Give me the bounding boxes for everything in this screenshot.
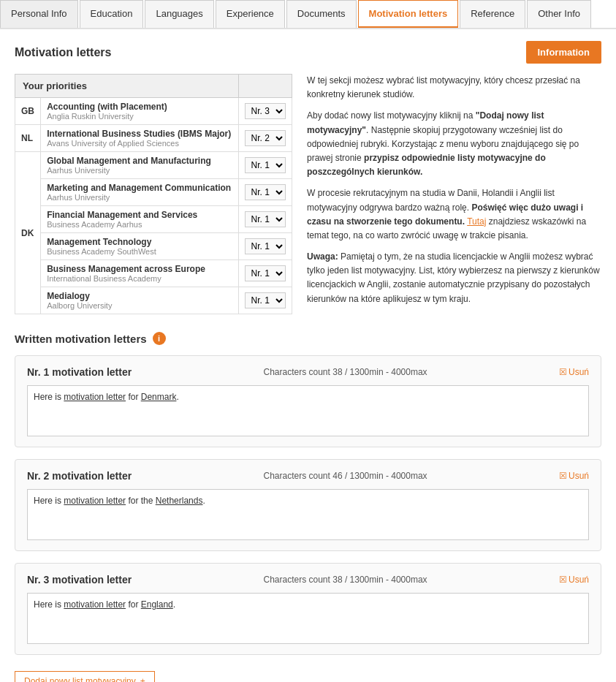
info-p1: W tej sekcji możesz wybrać list motywacy… [307, 74, 601, 102]
info-p2: Aby dodać nowy list motywacyjny kliknij … [307, 109, 601, 179]
letter-1-delete[interactable]: ☒ Usuń [559, 367, 589, 377]
priorities-table-wrap: Your priorities GB Accounting (with Plac… [15, 74, 292, 314]
uni-dk-6: Medialogy Aalborg University [41, 287, 238, 314]
add-letter-label: Dodaj nowy list motywacyjny [24, 676, 136, 682]
written-section-title: Written motivation letters i [15, 332, 601, 345]
nr-gb[interactable]: Nr. 1 Nr. 2 Nr. 3 [238, 98, 292, 125]
nr-dk-1[interactable]: Nr. 1Nr. 2Nr. 3 [238, 152, 292, 179]
priorities-header: Your priorities [15, 75, 239, 98]
uni-dk-5: Business Management across Europe Intern… [41, 260, 238, 287]
information-button[interactable]: Information [526, 41, 602, 64]
letter-2-title: Nr. 2 motivation letter [27, 470, 132, 482]
tab-motivation-letters[interactable]: Motivation letters [358, 0, 459, 28]
nr-header [238, 75, 292, 98]
country-dk: DK [15, 152, 41, 314]
letter-2-char-count: Characters count 46 / 1300min - 4000max [264, 471, 427, 481]
delete-icon-2: ☒ [559, 471, 567, 481]
country-gb: GB [15, 98, 41, 125]
info-box: W tej sekcji możesz wybrać list motywacy… [307, 74, 601, 314]
letter-2-textarea[interactable]: Here is motivation letter for the Nether… [27, 489, 589, 540]
letter-3-char-count: Characters count 38 / 1300min - 4000max [264, 575, 427, 585]
nr-dk-3[interactable]: Nr. 1Nr. 2Nr. 3 [238, 206, 292, 233]
tab-other-info[interactable]: Other Info [527, 0, 591, 28]
tab-experience[interactable]: Experience [216, 0, 285, 28]
letter-card-2-header: Nr. 2 motivation letter Characters count… [27, 470, 589, 482]
table-row: Medialogy Aalborg University Nr. 1Nr. 2N… [15, 287, 292, 314]
letter-1-char-count: Characters count 38 / 1300min - 4000max [264, 367, 427, 377]
letter-card-3: Nr. 3 motivation letter Characters count… [15, 563, 601, 655]
table-row: NL International Business Studies (IBMS … [15, 125, 292, 152]
country-nl: NL [15, 125, 41, 152]
nr-dk-2[interactable]: Nr. 1Nr. 2Nr. 3 [238, 179, 292, 206]
uni-dk-4: Management Technology Business Academy S… [41, 233, 238, 260]
table-row: Management Technology Business Academy S… [15, 233, 292, 260]
add-icon: + [140, 676, 145, 682]
nr-dk-6[interactable]: Nr. 1Nr. 2Nr. 3 [238, 287, 292, 314]
letter-3-title: Nr. 3 motivation letter [27, 574, 132, 586]
letter-card-2: Nr. 2 motivation letter Characters count… [15, 459, 601, 551]
letter-3-textarea[interactable]: Here is motivation letter for England. [27, 593, 589, 644]
tab-bar: Personal Info Education Languages Experi… [0, 0, 616, 29]
nr-nl[interactable]: Nr. 1 Nr. 2 Nr. 3 [238, 125, 292, 152]
tab-personal-info[interactable]: Personal Info [0, 0, 78, 28]
section-title: Motivation letters [15, 46, 111, 59]
letter-2-delete[interactable]: ☒ Usuń [559, 471, 589, 481]
tab-education[interactable]: Education [80, 0, 144, 28]
uni-dk-3: Financial Management and Services Busine… [41, 206, 238, 233]
letter-1-textarea[interactable]: Here is motivation letter for Denmark. [27, 385, 589, 436]
letter-card-1: Nr. 1 motivation letter Characters count… [15, 355, 601, 447]
letter-3-delete[interactable]: ☒ Usuń [559, 575, 589, 585]
table-row: Marketing and Management Communication A… [15, 179, 292, 206]
uni-nl: International Business Studies (IBMS Maj… [41, 125, 238, 152]
letter-card-3-header: Nr. 3 motivation letter Characters count… [27, 574, 589, 586]
table-row: DK Global Management and Manufacturing A… [15, 152, 292, 179]
nr-dk-4[interactable]: Nr. 1Nr. 2Nr. 3 [238, 233, 292, 260]
tab-languages[interactable]: Languages [145, 0, 213, 28]
table-row: Financial Management and Services Busine… [15, 206, 292, 233]
nr-dk-5[interactable]: Nr. 1Nr. 2Nr. 3 [238, 260, 292, 287]
info-p3: W procesie rekrutacyjnym na studia w Dan… [307, 186, 601, 243]
uni-dk-1: Global Management and Manufacturing Aarh… [41, 152, 238, 179]
table-row: GB Accounting (with Placement) Anglia Ru… [15, 98, 292, 125]
tab-reference[interactable]: Reference [460, 0, 525, 28]
letter-1-title: Nr. 1 motivation letter [27, 366, 132, 378]
uni-gb: Accounting (with Placement) Anglia Ruski… [41, 98, 238, 125]
delete-icon-1: ☒ [559, 367, 567, 377]
info-p4: Uwaga: Pamiętaj o tym, że na studia lice… [307, 250, 601, 306]
table-row: Business Management across Europe Intern… [15, 260, 292, 287]
letter-card-1-header: Nr. 1 motivation letter Characters count… [27, 366, 589, 378]
uni-dk-2: Marketing and Management Communication A… [41, 179, 238, 206]
info-icon: i [153, 332, 166, 345]
add-letter-button[interactable]: Dodaj nowy list motywacyjny + [15, 671, 155, 682]
tab-documents[interactable]: Documents [286, 0, 357, 28]
delete-icon-3: ☒ [559, 575, 567, 585]
tutaj-link[interactable]: Tutaj [467, 216, 486, 227]
